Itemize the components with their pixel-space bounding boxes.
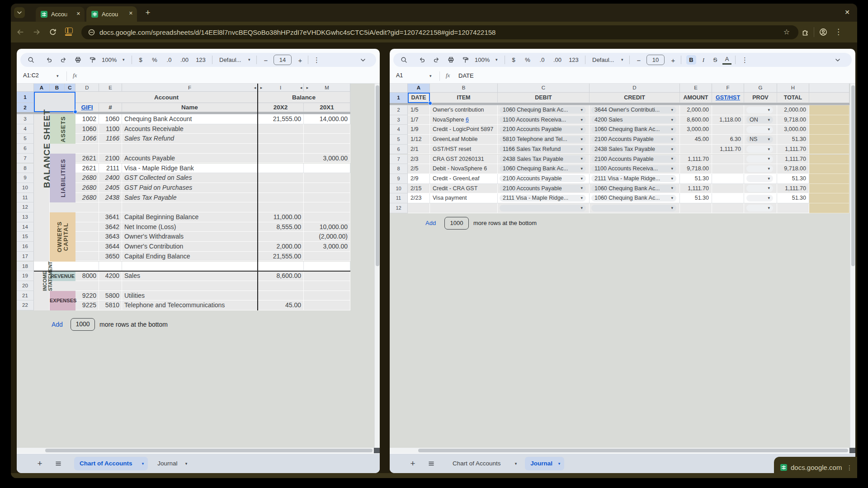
browser-tab-1[interactable]: Accou✕ bbox=[36, 7, 85, 22]
credit-dropdown[interactable]: 2111 Visa - Maple Ridge...▾ bbox=[591, 175, 676, 182]
increase-font-size-button[interactable]: + bbox=[297, 56, 303, 64]
debit-dropdown[interactable]: 1060 Chequing Bank Ac...▾ bbox=[500, 165, 586, 173]
debit-dropdown[interactable]: 2438 Sales Tax Payable▾ bbox=[500, 155, 586, 163]
column-header-A[interactable]: A bbox=[34, 84, 50, 92]
profile-avatar-icon[interactable] bbox=[819, 28, 827, 36]
row-header-1[interactable]: 1 bbox=[390, 93, 408, 103]
prov-dropdown[interactable]: NS▾ bbox=[746, 136, 773, 143]
scroll-corner-widget[interactable] bbox=[374, 448, 380, 453]
print-icon[interactable] bbox=[75, 56, 81, 63]
sheet-tab-chart-of-accounts[interactable]: Chart of Accounts▾ bbox=[447, 457, 521, 470]
row-header-13[interactable]: 13 bbox=[17, 212, 34, 222]
prov-dropdown[interactable]: ▾ bbox=[746, 175, 773, 182]
row-header-20[interactable]: 20 bbox=[17, 281, 34, 291]
credit-dropdown[interactable]: 4200 Sales▾ bbox=[591, 116, 676, 123]
hidden-columns-arrow-icon[interactable]: ▸ bbox=[305, 85, 310, 90]
format-percent-button[interactable]: % bbox=[151, 56, 159, 64]
credit-dropdown[interactable]: 1060 Chequing Bank Ac...▾ bbox=[591, 185, 676, 192]
row-header-3[interactable]: 3 bbox=[390, 115, 408, 125]
v-scrollbar[interactable] bbox=[850, 84, 855, 448]
v-scrollbar[interactable] bbox=[374, 84, 380, 448]
sheet-tab-journal[interactable]: Journal▾ bbox=[525, 457, 564, 470]
font-select[interactable]: Defaul... bbox=[592, 56, 620, 64]
name-box[interactable]: A1 bbox=[396, 72, 428, 80]
new-tab-button[interactable]: + bbox=[143, 8, 153, 18]
debit-dropdown[interactable]: 5810 Telephone and Tel...▾ bbox=[500, 136, 586, 143]
row-header-12[interactable]: 12 bbox=[390, 203, 408, 213]
site-info-icon[interactable] bbox=[88, 28, 95, 36]
row-header-16[interactable]: 16 bbox=[17, 242, 34, 252]
row-header-7[interactable]: 7 bbox=[17, 154, 34, 164]
credit-dropdown[interactable]: 1060 Chequing Bank Ac...▾ bbox=[591, 195, 676, 202]
number-format-button[interactable]: 123 bbox=[568, 56, 580, 64]
font-size-input[interactable]: 10 bbox=[646, 55, 665, 65]
corner-header[interactable] bbox=[390, 84, 408, 93]
row-header-3[interactable]: 3 bbox=[17, 114, 34, 124]
row-header-5[interactable]: 5 bbox=[390, 135, 408, 145]
toolbar-collapse-icon[interactable] bbox=[834, 56, 841, 64]
back-icon[interactable] bbox=[16, 28, 24, 36]
font-size-input[interactable]: 14 bbox=[274, 55, 292, 65]
text-color-button[interactable]: A bbox=[722, 55, 731, 65]
format-percent-button[interactable]: % bbox=[524, 56, 532, 64]
add-rows-button[interactable]: Add bbox=[425, 220, 441, 229]
prov-dropdown[interactable]: ▾ bbox=[746, 185, 773, 192]
all-sheets-icon[interactable] bbox=[55, 460, 62, 467]
toolbar-more-icon[interactable]: ⋮ bbox=[313, 55, 320, 65]
browser-menu-icon[interactable]: ⋮ bbox=[835, 27, 842, 38]
column-header-D[interactable]: D bbox=[75, 84, 99, 92]
tab-close-icon[interactable]: ✕ bbox=[129, 10, 133, 16]
all-sheets-icon[interactable] bbox=[428, 460, 435, 467]
increase-decimals-button[interactable]: .00 bbox=[179, 56, 190, 64]
prov-dropdown[interactable]: ▾ bbox=[746, 205, 773, 212]
credit-dropdown[interactable]: 2100 Accounts Payable▾ bbox=[591, 155, 676, 163]
pip-menu-icon[interactable]: ⋮ bbox=[846, 464, 853, 471]
prov-dropdown[interactable]: ▾ bbox=[746, 165, 773, 173]
redo-icon[interactable] bbox=[60, 56, 67, 63]
tab-close-icon[interactable]: ✕ bbox=[76, 11, 80, 17]
extensions-puzzle-icon[interactable] bbox=[801, 28, 809, 36]
undo-icon[interactable] bbox=[46, 56, 52, 63]
row-header-6[interactable]: 6 bbox=[390, 145, 408, 155]
h-scrollbar[interactable] bbox=[17, 448, 380, 453]
column-header-F[interactable]: F bbox=[122, 84, 258, 92]
undo-icon[interactable] bbox=[419, 56, 425, 63]
prov-dropdown[interactable]: ON▾ bbox=[746, 116, 773, 123]
credit-dropdown[interactable]: 2100 Accounts Payable▾ bbox=[591, 136, 676, 143]
debit-dropdown[interactable]: 1166 Sales Tax Refund▾ bbox=[500, 145, 586, 153]
row-header-4[interactable]: 4 bbox=[390, 125, 408, 135]
debit-dropdown[interactable]: ▾ bbox=[500, 205, 586, 212]
number-format-button[interactable]: 123 bbox=[195, 56, 207, 64]
column-header-C[interactable]: C bbox=[65, 84, 75, 92]
row-header-15[interactable]: 15 bbox=[17, 232, 34, 242]
row-header-11[interactable]: 11 bbox=[390, 193, 408, 203]
prov-dropdown[interactable]: ▾ bbox=[746, 195, 773, 202]
row-header-11[interactable]: 11 bbox=[17, 193, 34, 203]
redo-icon[interactable] bbox=[433, 56, 440, 63]
prov-dropdown[interactable]: ▾ bbox=[746, 107, 773, 114]
hidden-columns-arrow-icon[interactable]: ▸ bbox=[259, 85, 264, 90]
column-header-extra[interactable] bbox=[809, 84, 849, 93]
reload-icon[interactable] bbox=[49, 28, 57, 36]
column-header-A[interactable]: A bbox=[408, 84, 430, 93]
row-header-1[interactable]: 1 bbox=[17, 92, 34, 103]
row-header-8[interactable]: 8 bbox=[390, 164, 408, 174]
browser-tab-2[interactable]: Accou✕ bbox=[86, 6, 137, 22]
row-header-19[interactable]: 19 bbox=[17, 271, 34, 281]
debit-dropdown[interactable]: 1100 Accounts Receiva...▾ bbox=[500, 116, 586, 123]
bold-button[interactable]: B bbox=[686, 55, 696, 65]
column-header-F[interactable]: F bbox=[712, 84, 744, 93]
zoom-select[interactable]: 100% bbox=[102, 56, 123, 64]
h-scrollbar-thumb[interactable] bbox=[45, 449, 373, 452]
add-rows-count-input[interactable]: 1000 bbox=[444, 217, 469, 230]
credit-dropdown[interactable]: 2438 Sales Tax Payable▾ bbox=[591, 145, 676, 153]
row-header-17[interactable]: 17 bbox=[17, 252, 34, 262]
debit-dropdown[interactable]: 2111 Visa - Maple Ridge...▾ bbox=[500, 195, 586, 202]
prov-dropdown[interactable]: ▾ bbox=[746, 126, 773, 133]
column-header-D[interactable]: D bbox=[590, 84, 680, 93]
credit-dropdown[interactable]: 1060 Chequing Bank Ac...▾ bbox=[591, 126, 676, 133]
add-sheet-button[interactable]: + bbox=[408, 459, 418, 469]
url-bar[interactable]: docs.google.com/spreadsheets/d/14EEl8l7n… bbox=[81, 25, 798, 39]
selection-handle[interactable] bbox=[428, 101, 432, 105]
italic-button[interactable]: I bbox=[699, 55, 708, 65]
